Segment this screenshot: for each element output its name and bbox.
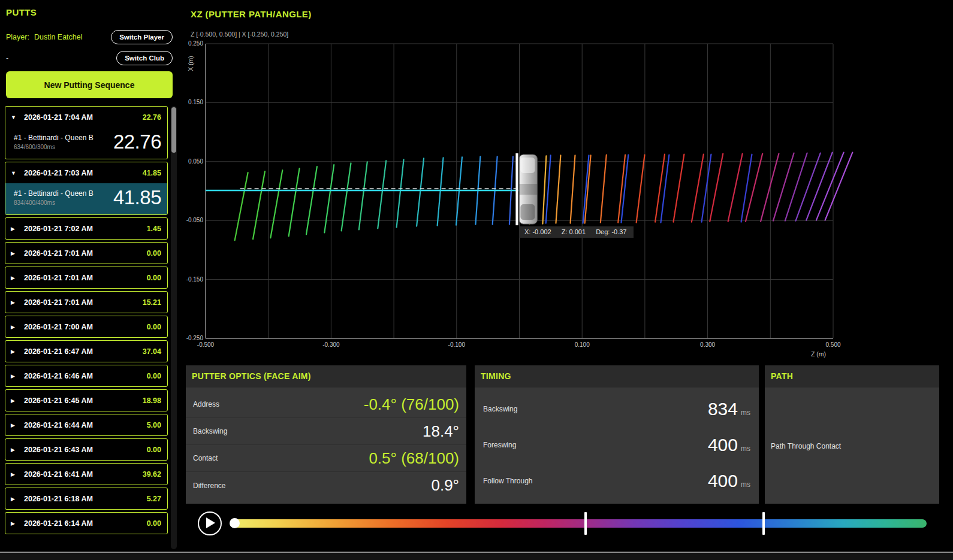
timing-summary: 834/400/400ms xyxy=(14,199,94,206)
putt-timestamp: 2026-01-21 6:46 AM xyxy=(24,372,93,380)
timing-panel: TIMING Backswing 834ms Foreswing 400ms F… xyxy=(475,365,759,504)
putt-list-item[interactable]: 2026-01-21 7:00 AM 0.00 xyxy=(5,316,168,338)
putt-timestamp: 2026-01-21 6:45 AM xyxy=(24,396,93,405)
svg-text:-0.150: -0.150 xyxy=(186,276,204,283)
path-panel: PATH Path Through Contact xyxy=(765,365,939,504)
putt-list-item[interactable]: 2026-01-21 7:02 AM 1.45 xyxy=(5,217,168,240)
tooltip-x: X: -0.002 xyxy=(524,228,551,235)
club-name: #1 - Bettinardi - Queen B xyxy=(14,189,94,198)
putt-list: 2026-01-21 7:04 AM 22.76 #1 - Bettinardi… xyxy=(2,106,168,552)
putt-item-header[interactable]: 2026-01-21 6:47 AM 37.04 xyxy=(5,341,167,362)
putt-item-header[interactable]: 2026-01-21 6:45 AM 18.98 xyxy=(5,390,167,411)
expand-arrow-icon[interactable] xyxy=(11,496,19,502)
putt-score: 18.98 xyxy=(143,396,161,405)
timing-row-label: Backswing xyxy=(483,405,517,413)
optics-row-label: Address xyxy=(193,400,219,408)
putt-item-header[interactable]: 2026-01-21 7:01 AM 0.00 xyxy=(5,243,167,264)
putt-detail-row[interactable]: #1 - Bettinardi - Queen B 834/400/400ms … xyxy=(5,183,167,214)
optics-row: Address -0.4° (76/100) xyxy=(186,391,466,418)
timing-title: TIMING xyxy=(475,365,759,388)
putt-score: 0.00 xyxy=(147,274,161,282)
putt-item-header[interactable]: 2026-01-21 7:04 AM 22.76 xyxy=(5,107,167,128)
app-window: PUTTS Player: Dustin Eatchel Switch Play… xyxy=(0,0,953,560)
putt-list-item[interactable]: 2026-01-21 6:44 AM 5.00 xyxy=(5,414,168,436)
putter-optics-title: PUTTER OPTICS (FACE AIM) xyxy=(186,365,466,388)
putt-list-item[interactable]: 2026-01-21 6:46 AM 0.00 xyxy=(5,365,168,387)
expand-arrow-icon[interactable] xyxy=(11,114,19,120)
putt-value-large: 22.76 xyxy=(113,131,161,153)
putt-list-item[interactable]: 2026-01-21 6:47 AM 37.04 xyxy=(5,340,168,362)
putt-list-item[interactable]: 2026-01-21 6:43 AM 0.00 xyxy=(5,438,168,461)
expand-arrow-icon[interactable] xyxy=(11,349,19,355)
window-bottom-fill xyxy=(0,553,953,560)
putt-timestamp: 2026-01-21 7:03 AM xyxy=(24,169,93,177)
timing-summary: 634/600/300ms xyxy=(14,144,94,150)
putt-item-header[interactable]: 2026-01-21 7:00 AM 0.00 xyxy=(5,316,167,337)
putt-list-item[interactable]: 2026-01-21 6:18 AM 5.27 xyxy=(5,488,168,510)
expand-arrow-icon[interactable] xyxy=(11,520,19,526)
putt-score: 41.85 xyxy=(143,169,161,177)
scrollbar-thumb[interactable] xyxy=(171,107,176,153)
switch-player-button[interactable]: Switch Player xyxy=(111,30,173,44)
putt-item-header[interactable]: 2026-01-21 6:18 AM 5.27 xyxy=(5,488,167,509)
expand-arrow-icon[interactable] xyxy=(11,324,19,330)
putt-item-header[interactable]: 2026-01-21 6:46 AM 0.00 xyxy=(5,365,167,386)
putt-list-item[interactable]: 2026-01-21 6:41 AM 39.62 xyxy=(5,463,168,485)
putt-item-header[interactable]: 2026-01-21 6:44 AM 5.00 xyxy=(5,414,167,435)
putt-score: 0.00 xyxy=(147,446,161,454)
new-putting-sequence-button[interactable]: New Putting Sequence xyxy=(6,71,173,98)
expand-arrow-icon[interactable] xyxy=(11,447,19,453)
optics-row-label: Difference xyxy=(193,482,225,490)
expand-arrow-icon[interactable] xyxy=(11,299,19,305)
club-name: #1 - Bettinardi - Queen B xyxy=(14,134,94,142)
putt-score: 39.62 xyxy=(143,470,161,479)
putt-item-header[interactable]: 2026-01-21 6:41 AM 39.62 xyxy=(5,464,167,485)
timing-row-value: 834 xyxy=(708,399,738,419)
expand-arrow-icon[interactable] xyxy=(11,422,19,428)
expand-arrow-icon[interactable] xyxy=(11,226,19,232)
svg-text:Z (m): Z (m) xyxy=(811,350,826,358)
putt-score: 0.00 xyxy=(147,372,161,380)
svg-text:-0.500: -0.500 xyxy=(197,341,215,348)
expand-arrow-icon[interactable] xyxy=(11,373,19,379)
play-icon xyxy=(206,517,215,528)
svg-text:-0.100: -0.100 xyxy=(448,341,466,348)
expand-arrow-icon[interactable] xyxy=(11,170,19,176)
putt-item-header[interactable]: 2026-01-21 7:01 AM 0.00 xyxy=(5,267,167,288)
svg-text:X (m): X (m) xyxy=(187,56,194,71)
expand-arrow-icon[interactable] xyxy=(11,275,19,281)
putt-item-header[interactable]: 2026-01-21 7:01 AM 15.21 xyxy=(5,292,167,313)
xz-chart-svg[interactable]: 0.2500.1500.050-0.050-0.150-0.250-0.500-… xyxy=(183,24,939,362)
putt-list-item[interactable]: 2026-01-21 6:45 AM 18.98 xyxy=(5,389,168,411)
putt-list-item[interactable]: 2026-01-21 7:01 AM 0.00 xyxy=(5,242,168,264)
play-button[interactable] xyxy=(198,511,222,535)
putt-item-header[interactable]: 2026-01-21 7:02 AM 1.45 xyxy=(5,218,167,239)
putt-timestamp: 2026-01-21 6:44 AM xyxy=(24,421,93,429)
svg-text:0.300: 0.300 xyxy=(700,341,715,348)
putt-list-item[interactable]: 2026-01-21 7:04 AM 22.76 #1 - Bettinardi… xyxy=(5,106,168,159)
putt-list-item[interactable]: 2026-01-21 7:01 AM 15.21 xyxy=(5,291,168,313)
switch-club-button[interactable]: Switch Club xyxy=(116,51,173,65)
putt-list-scrollbar[interactable] xyxy=(171,106,177,549)
putt-detail-row[interactable]: #1 - Bettinardi - Queen B 634/600/300ms … xyxy=(5,128,167,159)
svg-text:0.050: 0.050 xyxy=(188,158,203,165)
putt-item-header[interactable]: 2026-01-21 6:43 AM 0.00 xyxy=(5,439,167,460)
timing-row-label: Follow Through xyxy=(483,477,533,485)
timeline-handle[interactable] xyxy=(230,518,240,528)
putt-list-item[interactable]: 2026-01-21 7:01 AM 0.00 xyxy=(5,267,168,289)
putt-list-item[interactable]: 2026-01-21 7:03 AM 41.85 #1 - Bettinardi… xyxy=(5,162,168,215)
expand-arrow-icon[interactable] xyxy=(11,471,19,477)
phase-marker-backswing-end xyxy=(584,512,587,535)
putt-list-item[interactable]: 2026-01-21 6:14 AM 0.00 xyxy=(5,512,168,534)
putt-item-header[interactable]: 2026-01-21 7:03 AM 41.85 xyxy=(5,162,167,183)
putt-timestamp: 2026-01-21 6:47 AM xyxy=(24,347,93,356)
tooltip-z: Z: 0.001 xyxy=(562,228,586,235)
timeline-track[interactable] xyxy=(230,519,927,528)
expand-arrow-icon[interactable] xyxy=(11,250,19,256)
expand-arrow-icon[interactable] xyxy=(11,398,19,404)
optics-row-label: Contact xyxy=(193,454,218,462)
putter-optics-rows: Address -0.4° (76/100) Backswing 18.4° C… xyxy=(186,388,466,499)
putt-score: 37.04 xyxy=(143,347,161,356)
putt-item-header[interactable]: 2026-01-21 6:14 AM 0.00 xyxy=(5,513,167,534)
putt-timestamp: 2026-01-21 7:04 AM xyxy=(24,113,93,122)
